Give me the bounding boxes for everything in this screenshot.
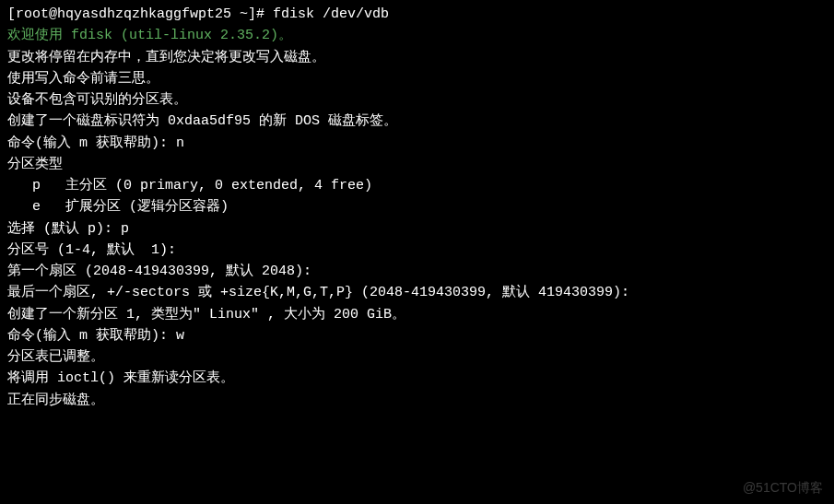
created-partition: 创建了一个新分区 1, 类型为" Linux" , 大小为 200 GiB。 (7, 304, 827, 325)
prompt-cmd: fdisk /dev/vdb (264, 6, 389, 22)
partition-extended: e 扩展分区 (逻辑分区容器) (7, 196, 827, 217)
welcome-suffix: 。 (278, 28, 292, 43)
info-dos-label: 创建了一个磁盘标识符为 0xdaa5df95 的新 DOS 磁盘标签。 (7, 111, 827, 132)
info-no-table: 设备不包含可识别的分区表。 (7, 89, 827, 111)
cmd-help-n: 命令(输入 m 获取帮助): n (7, 133, 827, 154)
cmd-help-w: 命令(输入 m 获取帮助): w (7, 325, 827, 346)
select-default: 选择 (默认 p): p (7, 218, 827, 240)
info-warning: 使用写入命令前请三思。 (7, 68, 827, 89)
table-adjusted: 分区表已调整。 (7, 346, 827, 368)
first-sector: 第一个扇区 (2048-419430399, 默认 2048): (7, 261, 827, 282)
info-memory: 更改将停留在内存中，直到您决定将更改写入磁盘。 (7, 47, 827, 68)
partition-number: 分区号 (1-4, 默认 1): (7, 240, 827, 261)
prompt-left: [root@hqyasdhzqzhkaggfwpt25 ~]# (7, 6, 264, 22)
welcome-fdisk: fdisk (util-linux 2.35.2) (71, 28, 278, 43)
welcome-line: 欢迎使用 fdisk (util-linux 2.35.2)。 (7, 25, 827, 46)
watermark: @51CTO博客 (743, 478, 823, 498)
syncing-disk: 正在同步磁盘。 (7, 390, 827, 411)
last-sector: 最后一个扇区, +/-sectors 或 +size{K,M,G,T,P} (2… (7, 282, 827, 303)
welcome-prefix: 欢迎使用 (7, 28, 71, 43)
partition-type-header: 分区类型 (7, 154, 827, 175)
partition-primary: p 主分区 (0 primary, 0 extended, 4 free) (7, 175, 827, 196)
ioctl-reread: 将调用 ioctl() 来重新读分区表。 (7, 368, 827, 389)
prompt-line: [root@hqyasdhzqzhkaggfwpt25 ~]# fdisk /d… (7, 4, 827, 25)
